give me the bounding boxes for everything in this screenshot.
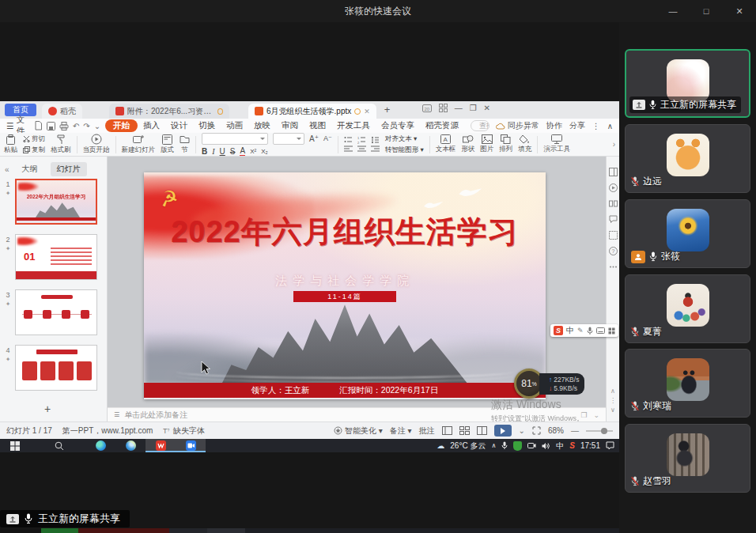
new-doc-icon[interactable] [34, 121, 43, 130]
transition-panel-icon[interactable] [609, 199, 618, 208]
collaborate-button[interactable]: 协作 [546, 120, 562, 131]
quick-access-caret-icon[interactable]: ⌄ [94, 122, 100, 130]
bold-button[interactable]: B [202, 147, 207, 156]
subscript-button[interactable]: X₂ [261, 148, 267, 155]
smart-graphic-button[interactable]: 转智能图形 ▾ [385, 146, 424, 155]
copy-button[interactable]: 复制 [23, 146, 45, 155]
participant-tile-bianyuan[interactable]: 边远 [625, 124, 750, 193]
tab-slides[interactable]: 幻灯片 [51, 162, 87, 176]
tray-sogou-icon[interactable]: S [569, 441, 575, 450]
zoom-slider[interactable] [586, 430, 613, 432]
number-list-icon[interactable]: 12 [357, 136, 366, 144]
more-menu-icon[interactable]: ⋮ [592, 122, 600, 130]
undo-icon[interactable]: ↶ [73, 122, 79, 130]
reading-view-icon[interactable] [477, 426, 487, 435]
align-right-icon[interactable] [371, 146, 380, 153]
shapes-button[interactable]: 形状 [461, 134, 474, 154]
tray-volume-icon[interactable] [542, 442, 550, 450]
taskbar-edge-button[interactable] [85, 439, 115, 452]
tab-outline[interactable]: 大纲 [16, 162, 44, 176]
notes-toggle-button[interactable]: 备注 ▾ [390, 425, 412, 437]
slide-thumb-3[interactable]: 3 ✦ [3, 289, 97, 335]
menu-tab-docer-res[interactable]: 稻壳资源 [420, 119, 464, 132]
tray-mic-icon[interactable] [501, 441, 508, 450]
save-icon[interactable] [47, 122, 55, 130]
scroll-down-icon[interactable]: ∨ [610, 406, 615, 414]
taskbar-meeting-button[interactable] [176, 439, 206, 452]
net-speed-overlay[interactable]: 81% ↑227KB/s ↓5.9KB/s [514, 369, 584, 399]
bullet-list-icon[interactable] [344, 136, 353, 144]
wps-pptx-tab[interactable]: 6月党组织生活领学.pptx ✕ [248, 104, 376, 119]
sogou-logo-icon[interactable]: S [554, 326, 563, 335]
format-painter-button[interactable]: 格式刷 [51, 134, 71, 155]
tray-clock[interactable]: 17:51 [580, 441, 600, 450]
italic-button[interactable]: I [212, 147, 214, 156]
font-color-button[interactable]: A [240, 146, 245, 157]
text-box-button[interactable]: A 文本框 [436, 134, 456, 154]
line-spacing-icon[interactable] [371, 136, 380, 144]
workspace-icon[interactable]: 20 [422, 104, 432, 112]
scroll-thumb-icon[interactable]: ⋮ [610, 397, 616, 404]
fit-slide-icon[interactable] [532, 426, 541, 435]
missing-font-warning[interactable]: T? 缺失字体 [163, 425, 205, 437]
menu-tab-insert[interactable]: 插入 [138, 119, 165, 132]
menu-tab-design[interactable]: 设计 [165, 119, 193, 132]
ribbon-expand-icon[interactable]: › [613, 140, 615, 149]
align-center-icon[interactable] [357, 146, 366, 153]
redo-icon[interactable]: ↷ [83, 122, 89, 130]
taskbar-search-button[interactable] [44, 439, 74, 452]
grid-layout-icon[interactable] [439, 104, 448, 112]
tray-security-icon[interactable] [513, 441, 522, 451]
section-button[interactable]: 节 [180, 134, 190, 155]
menu-tab-devtools[interactable]: 开发工具 [331, 119, 376, 132]
menu-tab-review[interactable]: 审阅 [276, 119, 304, 132]
tray-camera-icon[interactable] [527, 442, 536, 449]
sogou-ime-bar[interactable]: S 中 ✎ [550, 324, 618, 337]
zoom-out-icon[interactable]: — [571, 426, 579, 435]
share-button[interactable]: 分享 [569, 120, 585, 131]
slide-layout-button[interactable]: 版式 [161, 134, 174, 155]
helper-panel-icon[interactable]: ? [609, 247, 618, 255]
slide-thumb-2[interactable]: 2 ✦ 01 [3, 234, 97, 280]
print-icon[interactable] [59, 122, 69, 130]
current-slide[interactable]: ☭ 2022年六月组织生活学习 法学与社会学学院 11-14篇 领学人：王立新 … [144, 172, 546, 399]
play-options-caret-icon[interactable]: ⌄ [519, 426, 525, 435]
tray-ime-indicator[interactable]: 中 [556, 440, 564, 452]
font-enlarge-button[interactable]: A⁺ [309, 134, 319, 143]
weather-text[interactable]: 26°C 多云 [450, 440, 486, 452]
wps-docer-tab[interactable]: 稻壳 [42, 104, 82, 119]
menu-tab-home[interactable]: 开始 [105, 119, 138, 132]
wps-pdf-tab[interactable]: 附件：2022年6...习资料汇编.pdf [109, 104, 229, 119]
participant-tile-xiajing[interactable]: 夏菁 [625, 274, 750, 343]
slide-thumb-1[interactable]: 1 ✦ 2022年六月组织生活学习 [3, 179, 97, 225]
strikethrough-button[interactable]: S [230, 147, 236, 156]
ime-toolbox-icon[interactable] [608, 327, 615, 335]
notes-expand-icon[interactable]: ❐ [580, 411, 587, 419]
slide-thumb-4[interactable]: 4 ✦ [3, 345, 97, 391]
superscript-button[interactable]: X² [250, 148, 256, 155]
wps-minimize-icon[interactable]: — [455, 104, 463, 112]
font-size-select[interactable] [273, 133, 304, 145]
ime-mic-icon[interactable] [587, 327, 593, 335]
start-button[interactable] [0, 439, 30, 452]
cut-button[interactable]: 剪切 [23, 134, 45, 144]
participant-tile-zhaoxueyu[interactable]: 赵雪羽 [625, 424, 750, 493]
menu-tab-member[interactable]: 会员专享 [376, 119, 420, 132]
selection-panel-icon[interactable] [609, 231, 618, 240]
paste-button[interactable]: 粘贴 [4, 134, 17, 155]
close-icon[interactable]: ✕ [723, 0, 756, 22]
slide-sorter-icon[interactable] [459, 426, 470, 435]
wps-close-icon[interactable]: ✕ [484, 104, 490, 112]
minimize-icon[interactable]: — [656, 0, 690, 22]
fill-button[interactable]: 填充 [518, 134, 531, 154]
action-center-icon[interactable] [606, 441, 614, 450]
tab-close-icon[interactable]: ✕ [364, 108, 370, 115]
font-shrink-button[interactable]: A⁻ [323, 134, 332, 142]
participant-tile-wanglixin[interactable]: 王立新的屏幕共享 [625, 49, 750, 118]
ime-keyboard-icon[interactable] [596, 327, 605, 334]
collapse-panel-icon[interactable]: « [5, 165, 9, 174]
normal-view-icon[interactable] [442, 426, 452, 435]
new-tab-icon[interactable]: + [384, 104, 391, 115]
taskbar-browser-button[interactable] [115, 439, 146, 452]
animation-panel-icon[interactable] [609, 183, 618, 192]
